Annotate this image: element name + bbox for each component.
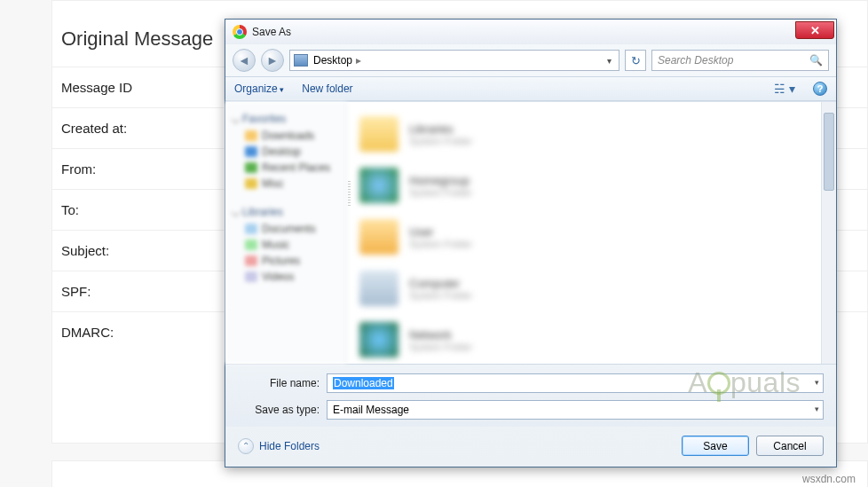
new-folder-button[interactable]: New folder bbox=[302, 82, 352, 95]
save-as-dialog: Save As ✕ ◄ ► Desktop ▸ ▾ ↻ Search Deskt… bbox=[225, 19, 837, 467]
chevron-up-icon: ⌃ bbox=[238, 438, 254, 454]
dialog-footer: ⌃ Hide Folders Save Cancel bbox=[225, 427, 836, 467]
save-button[interactable]: Save bbox=[682, 436, 749, 456]
site-watermark: wsxdn.com bbox=[802, 473, 856, 485]
list-item: UserSystem Folder bbox=[359, 219, 824, 255]
breadcrumb-bar[interactable]: Desktop ▸ ▾ bbox=[289, 50, 619, 71]
savetype-dropdown-icon[interactable]: ▾ bbox=[815, 405, 819, 413]
file-list[interactable]: LibrariesSystem Folder HomegroupSystem F… bbox=[347, 102, 836, 364]
dialog-titlebar[interactable]: Save As ✕ bbox=[225, 20, 836, 44]
breadcrumb-dropdown-icon[interactable]: ▾ bbox=[604, 56, 615, 66]
scrollbar-thumb[interactable] bbox=[824, 113, 834, 191]
tree-item: Misc bbox=[233, 176, 339, 192]
tree-item: Desktop bbox=[233, 144, 339, 160]
list-item: HomegroupSystem Folder bbox=[359, 168, 824, 203]
refresh-button[interactable]: ↻ bbox=[625, 50, 646, 71]
tree-item: Downloads bbox=[233, 128, 339, 144]
organize-menu[interactable]: Organize bbox=[234, 82, 284, 95]
savetype-value: E-mail Message bbox=[333, 404, 409, 416]
tree-item: Pictures bbox=[233, 253, 339, 269]
tree-item: Videos bbox=[233, 269, 339, 285]
filename-label: File name: bbox=[238, 377, 327, 389]
nav-tree[interactable]: Favorites Downloads Desktop Recent Place… bbox=[225, 102, 347, 364]
nav-back-button[interactable]: ◄ bbox=[233, 49, 256, 72]
breadcrumb-sep-icon: ▸ bbox=[356, 54, 361, 67]
list-item: NetworkSystem Folder bbox=[359, 322, 824, 357]
breadcrumb-text: Desktop bbox=[313, 54, 352, 67]
search-placeholder: Search Desktop bbox=[658, 54, 733, 67]
help-button[interactable]: ? bbox=[813, 82, 827, 96]
dialog-form: File name: Downloaded ▾ Save as type: E-… bbox=[225, 364, 836, 427]
hide-folders-label: Hide Folders bbox=[259, 440, 320, 452]
tree-item: Recent Places bbox=[233, 160, 339, 176]
dialog-title: Save As bbox=[252, 26, 291, 38]
cancel-button[interactable]: Cancel bbox=[756, 436, 824, 456]
savetype-select[interactable]: E-mail Message ▾ bbox=[327, 400, 824, 420]
dialog-toolbar: Organize New folder ☵ ▾ ? bbox=[225, 76, 836, 101]
filename-dropdown-icon[interactable]: ▾ bbox=[815, 378, 819, 387]
filename-input[interactable]: Downloaded ▾ bbox=[327, 373, 824, 393]
dialog-body: Favorites Downloads Desktop Recent Place… bbox=[225, 101, 836, 364]
nav-forward-button[interactable]: ► bbox=[261, 49, 284, 72]
tree-favorites-heading[interactable]: Favorites bbox=[233, 113, 339, 125]
tree-libraries-heading[interactable]: Libraries bbox=[233, 206, 339, 218]
list-item: LibrariesSystem Folder bbox=[359, 116, 824, 152]
list-item: ComputerSystem Folder bbox=[359, 271, 824, 306]
dialog-nav-row: ◄ ► Desktop ▸ ▾ ↻ Search Desktop 🔍 bbox=[225, 44, 836, 76]
hide-folders-toggle[interactable]: ⌃ Hide Folders bbox=[238, 438, 320, 454]
tree-item: Music bbox=[233, 237, 339, 253]
view-options-button[interactable]: ☵ ▾ bbox=[774, 82, 795, 96]
search-icon: 🔍 bbox=[809, 54, 823, 67]
filename-value: Downloaded bbox=[333, 377, 394, 389]
desktop-icon bbox=[294, 54, 308, 67]
close-button[interactable]: ✕ bbox=[795, 21, 834, 39]
chrome-icon bbox=[233, 25, 247, 39]
search-input[interactable]: Search Desktop 🔍 bbox=[651, 50, 829, 71]
savetype-label: Save as type: bbox=[238, 404, 327, 416]
tree-item: Documents bbox=[233, 221, 339, 237]
file-list-scrollbar[interactable] bbox=[821, 102, 836, 364]
